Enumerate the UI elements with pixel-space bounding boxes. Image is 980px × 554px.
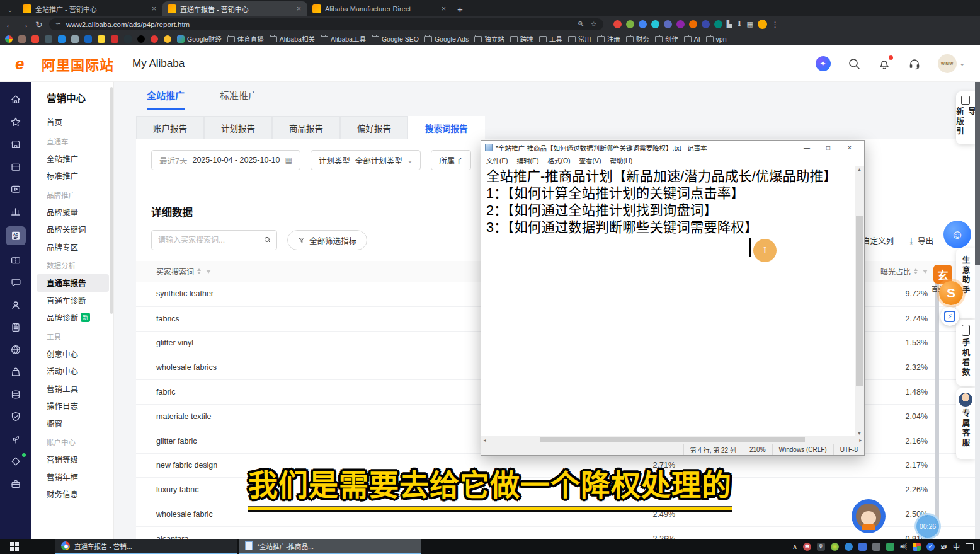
window-close-button[interactable]: ×	[839, 141, 860, 154]
extension-icon[interactable]	[702, 20, 710, 28]
s-app-icon[interactable]: S	[939, 281, 963, 305]
sidebar-item-finance-info[interactable]: 财务信息	[47, 485, 113, 503]
browser-tab-2-active[interactable]: 直通车报告 - 营销中心 ×	[162, 1, 307, 16]
sidebar-item-brand-keyword[interactable]: 品牌关键词	[47, 221, 113, 238]
extension-icon[interactable]	[689, 20, 697, 28]
tab-close-icon[interactable]: ×	[295, 4, 302, 13]
bookmark-icon[interactable]	[58, 35, 66, 43]
downloads-icon[interactable]: ⬇	[736, 20, 742, 28]
extension-icon[interactable]	[714, 20, 722, 28]
exclusive-service-tab[interactable]: 专属客服	[956, 388, 975, 459]
forward-icon[interactable]: →	[20, 20, 29, 30]
defender-icon[interactable]	[913, 543, 921, 551]
tab-biaozhun[interactable]: 标准推广	[220, 88, 258, 110]
bookmark-icon[interactable]	[45, 35, 52, 43]
action-center-icon[interactable]	[966, 543, 974, 550]
business-assistant-mascot[interactable]: ☺	[943, 221, 971, 248]
extension-icon[interactable]	[651, 20, 659, 28]
window-minimize-button[interactable]: —	[796, 141, 818, 154]
tab-search-word-report-active[interactable]: 搜索词报告	[408, 116, 485, 139]
bookmark-folder-5[interactable]: 独立站	[474, 34, 504, 43]
sidebar-item-brand-zone[interactable]: 品牌专区	[47, 238, 113, 256]
search-icon[interactable]	[847, 57, 861, 71]
content-scrollbar-thumb[interactable]	[935, 271, 939, 536]
notepad-horizontal-scrollbar[interactable]: ◄►	[481, 436, 864, 444]
favorites-star-icon[interactable]	[7, 115, 25, 130]
tab-plan-report[interactable]: 计划报告	[204, 116, 272, 139]
sidebar-item-brand-diagnosis[interactable]: 品牌诊断新	[47, 309, 113, 326]
bookmark-icon[interactable]	[84, 35, 92, 43]
bookmark-folder-0[interactable]: 体育直播	[227, 34, 264, 43]
extensions-puzzle-icon[interactable]: ▙	[727, 20, 732, 28]
bookmark-folder-7[interactable]: 工具	[539, 34, 562, 43]
sidebar-item-showcase[interactable]: 橱窗	[47, 415, 113, 432]
tray-globe-icon[interactable]	[831, 543, 839, 551]
window-maximize-button[interactable]: □	[818, 141, 839, 154]
menu-view[interactable]: 查看(V)	[579, 156, 601, 165]
export-button[interactable]: ⭳ 导出	[908, 234, 933, 246]
bookmark-icon[interactable]	[164, 35, 171, 43]
menu-help[interactable]: 帮助(H)	[610, 156, 633, 165]
sidebar-item-activity-center[interactable]: 活动中心	[47, 362, 113, 380]
security-shield-icon[interactable]: ✓	[926, 543, 935, 551]
page-scrollbar-thumb[interactable]	[975, 82, 980, 265]
volume-icon[interactable]: 🕬	[900, 543, 907, 550]
bookmark-folder-6[interactable]: 跨境	[510, 34, 533, 43]
business-assistant-tab[interactable]: 生意助手	[956, 248, 975, 318]
sidebar-scrollbar[interactable]	[110, 87, 113, 314]
browser-tab-1[interactable]: 全站推广 - 营销中心 ×	[18, 1, 162, 16]
tray-app-icon[interactable]: ✱	[803, 543, 811, 551]
battery-icon[interactable]	[858, 543, 867, 551]
tab-account-report[interactable]: 账户报告	[136, 116, 204, 139]
user-menu[interactable]: WINIW ⌄	[938, 54, 965, 73]
ai-assistant-icon[interactable]: ✦	[816, 56, 831, 71]
browser-tab-3[interactable]: Alibaba Manufacturer Direct ×	[307, 1, 452, 16]
bookmark-icon[interactable]	[5, 35, 13, 43]
filter-metrics-button[interactable]: 全部筛选指标	[287, 230, 367, 250]
search-icon[interactable]	[263, 235, 271, 246]
sidebar-item-p4p-diagnosis[interactable]: 直通车诊断	[47, 292, 113, 309]
membership-diamond-icon[interactable]	[7, 454, 25, 469]
scrollbar-thumb[interactable]	[540, 437, 805, 442]
shield-check-icon[interactable]	[7, 409, 25, 424]
sort-icon[interactable]	[197, 268, 201, 274]
toolbox-icon[interactable]	[7, 476, 25, 492]
reload-icon[interactable]: ↻	[35, 20, 43, 30]
notifications-bell-icon[interactable]	[877, 57, 891, 71]
extension-icon[interactable]	[639, 20, 647, 28]
bookmark-folder-13[interactable]: vpn	[706, 35, 727, 43]
notepad-text-area[interactable]: 全站推广-推商品计划【新品加速/潜力品成长/优爆品助推】 1：【如何计算全站推计…	[481, 166, 855, 436]
tab-quanzhan-active[interactable]: 全站推广	[147, 88, 185, 110]
tab-close-icon[interactable]: ×	[151, 4, 157, 13]
analytics-chart-icon[interactable]	[7, 204, 25, 219]
filter-funnel-icon[interactable]	[206, 270, 211, 274]
ime-indicator[interactable]: 中	[953, 541, 960, 551]
sidebar-item-biaozhun[interactable]: 标准推广	[47, 167, 113, 185]
tab-close-icon[interactable]: ×	[440, 4, 447, 13]
tray-app-icon[interactable]	[845, 543, 853, 551]
browser-menu-icon[interactable]: ⋮	[772, 20, 780, 29]
page-scrollbar[interactable]	[975, 82, 980, 539]
start-button[interactable]	[0, 539, 29, 554]
bookmark-folder-4[interactable]: Google Ads	[424, 35, 469, 43]
sidebar-item-p4p-report-selected[interactable]: 直通车报告	[37, 274, 109, 292]
usb-icon[interactable]	[872, 543, 880, 551]
shopping-bag-icon[interactable]	[7, 364, 25, 379]
notepad-vertical-scrollbar[interactable]: ▲▼	[855, 166, 864, 436]
keyword-search-input[interactable]	[151, 230, 277, 250]
address-bar[interactable]: ⋍ www2.alibaba.com/ads/p4p/report.htm 🔍︎…	[49, 18, 603, 30]
bookmark-folder-2[interactable]: Alibaba工具	[321, 34, 366, 43]
clipboard-icon[interactable]	[7, 320, 25, 335]
site-settings-icon[interactable]: ⋍	[55, 20, 61, 28]
bookmark-folder-9[interactable]: 注册	[597, 34, 620, 43]
taskbar-notepad-button[interactable]: *全站推广-推商品...	[239, 539, 421, 554]
extension-icon[interactable]	[626, 20, 634, 28]
plan-type-select[interactable]: 计划类型 全部计划类型 ⌄	[311, 150, 421, 170]
sidebar-item-marketing-level[interactable]: 营销等级	[47, 451, 113, 468]
bookmark-folder-10[interactable]: 财务	[626, 34, 649, 43]
bookmark-youtube-icon[interactable]	[151, 35, 158, 43]
vpn-icon[interactable]	[886, 543, 894, 551]
new-tab-button[interactable]: +	[457, 4, 463, 14]
filter-funnel-icon[interactable]	[923, 270, 928, 274]
sidebar-item-creative-center[interactable]: 创意中心	[47, 345, 113, 363]
